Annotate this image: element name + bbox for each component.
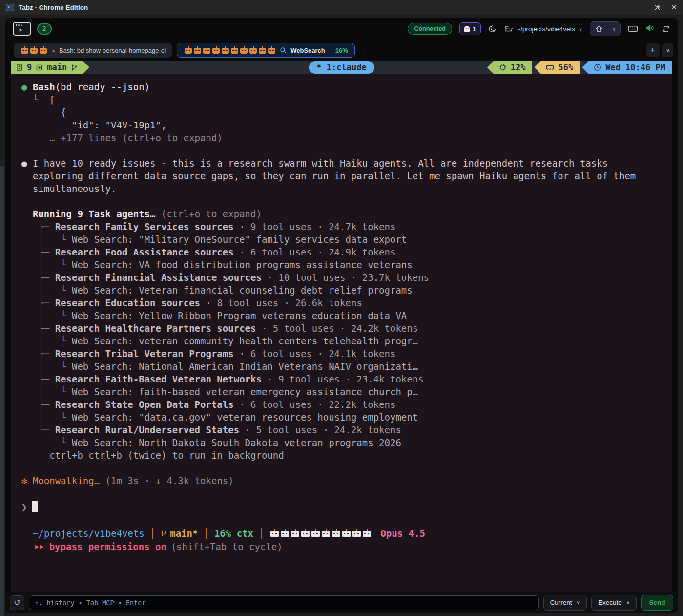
search-icon xyxy=(280,47,287,54)
separator: │ xyxy=(203,527,208,540)
tmux-status-bar: 9 main * 1:claude xyxy=(11,61,672,74)
robot-icons xyxy=(184,47,276,54)
terminal-icon-button[interactable]: >_ xyxy=(13,22,31,36)
robot-icons xyxy=(20,47,48,54)
home-chevron-icon[interactable]: ∨ xyxy=(608,26,620,32)
terminal-line: │ └ Web Search: "Military OneSource" fam… xyxy=(21,233,667,246)
robot-icon xyxy=(249,48,257,54)
robot-icon xyxy=(240,48,248,54)
terminal-line xyxy=(21,144,667,157)
cpu-icon xyxy=(499,64,507,71)
ghost-agents-badge[interactable]: 1 xyxy=(459,22,481,35)
terminal-line: │ └ Web Search: VA food distribution pro… xyxy=(21,258,667,271)
robot-icon xyxy=(222,48,229,54)
permissions-mode: bypass permissions on xyxy=(49,540,166,553)
chevron-down-icon: ∨ xyxy=(579,26,582,32)
tab-label: WebSearch xyxy=(290,47,325,54)
terminal-line: │ └ Web Search: National American Indian… xyxy=(21,360,667,373)
left-scrollbar-stripe[interactable] xyxy=(0,166,4,616)
clock-segment: Wed 10:46 PM xyxy=(582,61,672,74)
refresh-icon[interactable] xyxy=(662,25,670,33)
folder-icon xyxy=(504,25,513,33)
memory-usage-segment: 56% xyxy=(534,61,580,74)
terminal-line: │ └ Web Search: veteran community health… xyxy=(21,335,667,347)
cwd-path: ~/projects/vibe4vets xyxy=(517,25,575,33)
working-directory-selector[interactable]: ~/projects/vibe4vets ∨ xyxy=(504,25,582,33)
ghost-icon xyxy=(464,26,470,32)
window-title: Tabz - Chrome Edition xyxy=(19,4,88,11)
robot-icon xyxy=(352,531,361,537)
terminal-content[interactable]: ● Bash(bd ready --json) └ [ { "id": "V4V… xyxy=(11,74,672,592)
app-icon: >_ xyxy=(6,4,14,11)
terminal-pane: 9 main * 1:claude xyxy=(11,61,672,592)
terminal-line: ├─ Research Tribal Veteran Programs · 6 … xyxy=(21,347,667,360)
robot-icon xyxy=(21,48,28,54)
separator: │ xyxy=(259,527,264,540)
terminal-line: { xyxy=(21,106,667,119)
tab-bar: ▲ Bash: bd show personal-homepage-cl Web… xyxy=(5,40,678,61)
git-branch-icon xyxy=(71,64,78,71)
keyboard-icon[interactable] xyxy=(628,25,638,33)
terminal-line: ● Bash(bd ready --json) xyxy=(21,81,667,93)
terminal-line: ctrl+b ctrl+b (twice) to run in backgrou… xyxy=(21,449,667,462)
tab-bash[interactable]: ▲ Bash: bd show personal-homepage-cl xyxy=(14,43,172,58)
terminal-line xyxy=(21,462,667,474)
tmux-window-segment: 9 main xyxy=(11,61,89,74)
terminal-line: │ └ Web Search: Veteran financial counse… xyxy=(21,284,667,297)
terminal-count-badge[interactable]: 2 xyxy=(37,23,52,35)
robot-icon xyxy=(311,531,320,537)
robot-icon xyxy=(332,531,340,537)
ram-icon xyxy=(546,64,554,71)
robot-icon xyxy=(185,48,192,54)
app-window: >_ 2 Connected 1 ~/projects/vibe4vets ∨ xyxy=(5,18,678,613)
connected-status-badge: Connected xyxy=(408,23,452,35)
terminal-line: … +177 lines (ctrl+o to expand) xyxy=(21,131,667,144)
warning-triangle-icon: ▲ xyxy=(51,48,56,53)
robot-icon xyxy=(212,48,220,54)
message-input[interactable] xyxy=(29,595,539,610)
message-bar: ↺ Current∨ Execute∨ Send xyxy=(5,592,678,613)
tab-menu-button[interactable]: ∨ xyxy=(662,43,673,57)
terminal-line: ├─ Research State Open Data Portals · 6 … xyxy=(21,398,667,411)
robot-icon xyxy=(231,48,238,54)
home-icon[interactable] xyxy=(590,25,608,33)
window-icon xyxy=(36,64,43,71)
terminal-line: ├─ Research Food Assistance sources · 6 … xyxy=(21,246,667,258)
dark-mode-moon-icon[interactable] xyxy=(488,24,497,33)
robot-icon xyxy=(268,48,275,54)
terminal-line: ├─ Research Family Services sources · 9 … xyxy=(21,220,667,233)
text-cursor xyxy=(32,501,38,512)
terminal-line: └ Web Search: North Dakota South Dakota … xyxy=(21,436,667,449)
mode-arrows-icon: ▶▶ xyxy=(35,540,45,553)
terminal-line: ✻ Moonwalking… (1m 3s · ↓ 4.3k tokens) xyxy=(21,474,667,487)
terminal-line: Running 9 Task agents… (ctrl+o to expand… xyxy=(21,208,667,220)
robot-icon xyxy=(194,48,201,54)
speaker-icon[interactable] xyxy=(645,24,655,34)
robot-icons xyxy=(269,530,372,537)
robot-icon xyxy=(322,531,330,537)
send-button[interactable]: Send xyxy=(641,595,673,611)
toolbar: >_ 2 Connected 1 ~/projects/vibe4vets ∨ xyxy=(5,18,678,40)
terminal-line xyxy=(21,195,667,208)
history-button[interactable]: ↺ xyxy=(10,595,24,610)
tab-label: Bash: bd show personal-homepage-cl xyxy=(59,47,166,54)
terminal-line: │ └ Web Search: Yellow Ribbon Program ve… xyxy=(21,309,667,322)
robot-icon xyxy=(301,531,310,537)
close-window-icon[interactable]: ✕ xyxy=(671,3,677,12)
pin-off-icon[interactable] xyxy=(654,4,661,11)
new-tab-button[interactable]: + xyxy=(646,43,660,57)
home-split-button[interactable]: ∨ xyxy=(590,21,621,36)
mode-hint: (shift+Tab to cycle) xyxy=(171,540,283,553)
terminal-output: ● Bash(bd ready --json) └ [ { "id": "V4V… xyxy=(21,81,667,487)
action-dropdown[interactable]: Execute∨ xyxy=(591,595,637,611)
target-dropdown[interactable]: Current∨ xyxy=(543,595,587,611)
robot-icon xyxy=(363,531,371,537)
window-titlebar: >_ Tabz - Chrome Edition ✕ xyxy=(0,0,683,15)
tab-websearch[interactable]: WebSearch 16% xyxy=(177,43,355,58)
robot-icon xyxy=(342,531,351,537)
claude-input-box[interactable]: ❯ xyxy=(11,495,672,519)
robot-icon xyxy=(270,531,279,537)
tmux-session-pill[interactable]: * 1:claude xyxy=(309,61,374,74)
robot-icon xyxy=(291,531,299,537)
terminal-line: ├─ Research Faith-Based Veteran Networks… xyxy=(21,373,667,385)
